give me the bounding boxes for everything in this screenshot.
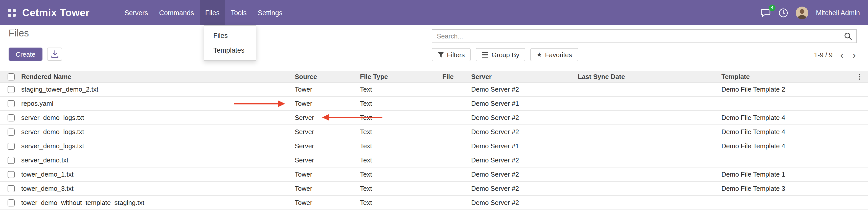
cell-file-type[interactable]: Text (360, 181, 442, 195)
cell-file[interactable] (442, 167, 471, 181)
column-header-rendered-name[interactable]: Rendered Name (21, 71, 295, 82)
optional-columns-icon[interactable]: ⋮ (856, 71, 868, 82)
download-button[interactable] (47, 48, 62, 61)
cell-rendered-name[interactable]: server_demo_logs.txt (21, 111, 295, 125)
cell-template[interactable]: Demo File Template 4 (721, 139, 856, 153)
table-row[interactable]: server_demo_logs.txt Server Text Demo Se… (0, 125, 868, 139)
cell-last-sync-date[interactable] (578, 111, 721, 125)
cell-last-sync-date[interactable] (578, 96, 721, 111)
cell-server[interactable]: Demo Server #2 (471, 125, 578, 139)
row-checkbox[interactable] (8, 171, 15, 178)
table-row[interactable]: server_demo_logs.txt Server Text Demo Se… (0, 139, 868, 153)
search-input[interactable] (432, 32, 844, 40)
nav-menu-commands[interactable]: Commands (154, 0, 200, 25)
create-button[interactable]: Create (9, 48, 42, 61)
cell-source[interactable]: Server (295, 153, 360, 167)
row-checkbox[interactable] (8, 100, 15, 107)
cell-rendered-name[interactable]: repos.yaml (21, 96, 295, 111)
cell-template[interactable]: Demo File Template 3 (721, 181, 856, 195)
row-checkbox[interactable] (8, 199, 15, 206)
messages-button[interactable]: 4 (761, 8, 771, 17)
table-row[interactable]: server_demo_logs.txt Server Text Demo Se… (0, 111, 868, 125)
row-checkbox[interactable] (8, 114, 15, 121)
cell-rendered-name[interactable]: tower_demo_3.txt (21, 181, 295, 195)
cell-last-sync-date[interactable] (578, 125, 721, 139)
cell-rendered-name[interactable]: server_demo_logs.txt (21, 139, 295, 153)
app-brand[interactable]: Cetmix Tower (22, 7, 90, 19)
row-checkbox[interactable] (8, 86, 15, 93)
cell-template[interactable]: Demo File Template 1 (721, 167, 856, 181)
cell-file-type[interactable]: Text (360, 195, 442, 210)
cell-file[interactable] (442, 111, 471, 125)
column-header-file-type[interactable]: File Type (360, 71, 442, 82)
user-avatar[interactable] (796, 6, 808, 19)
cell-rendered-name[interactable]: server_demo.txt (21, 153, 295, 167)
cell-file-type[interactable]: Text (360, 125, 442, 139)
select-all-checkbox[interactable] (8, 73, 15, 80)
column-header-file[interactable]: File (442, 71, 471, 82)
cell-last-sync-date[interactable] (578, 167, 721, 181)
cell-server[interactable]: Demo Server #2 (471, 111, 578, 125)
table-row[interactable]: tower_demo_3.txt Tower Text Demo Server … (0, 181, 868, 195)
table-row[interactable]: tower_demo_1.txt Tower Text Demo Server … (0, 167, 868, 181)
dropdown-item-files[interactable]: Files (204, 28, 256, 43)
table-row[interactable]: staging_tower_demo_2.txt Tower Text Demo… (0, 82, 868, 96)
cell-template[interactable] (721, 195, 856, 210)
pager-previous-button[interactable]: ‹ (839, 49, 845, 60)
cell-last-sync-date[interactable] (578, 153, 721, 167)
cell-rendered-name[interactable]: staging_tower_demo_2.txt (21, 82, 295, 96)
cell-file-type[interactable]: Text (360, 167, 442, 181)
cell-file-type[interactable]: Text (360, 111, 442, 125)
cell-source[interactable]: Server (295, 139, 360, 153)
cell-file-type[interactable]: Text (360, 139, 442, 153)
pager-next-button[interactable]: › (851, 49, 857, 60)
cell-source[interactable]: Tower (295, 82, 360, 96)
cell-server[interactable]: Demo Server #1 (471, 139, 578, 153)
favorites-button[interactable]: ★ Favorites (531, 48, 578, 61)
filters-button[interactable]: Filters (432, 48, 471, 61)
cell-template[interactable]: Demo File Template 4 (721, 111, 856, 125)
cell-file-type[interactable]: Text (360, 153, 442, 167)
cell-server[interactable]: Demo Server #2 (471, 181, 578, 195)
dropdown-item-templates[interactable]: Templates (204, 43, 256, 58)
row-checkbox[interactable] (8, 157, 15, 164)
cell-server[interactable]: Demo Server #2 (471, 82, 578, 96)
row-checkbox[interactable] (8, 185, 15, 192)
cell-last-sync-date[interactable] (578, 195, 721, 210)
cell-last-sync-date[interactable] (578, 181, 721, 195)
row-checkbox[interactable] (8, 143, 15, 150)
group-by-button[interactable]: Group By (476, 48, 526, 61)
nav-menu-settings[interactable]: Settings (252, 0, 288, 25)
cell-last-sync-date[interactable] (578, 139, 721, 153)
cell-file[interactable] (442, 139, 471, 153)
search-icon[interactable] (844, 32, 852, 40)
nav-menu-files[interactable]: Files (200, 0, 225, 25)
cell-file[interactable] (442, 125, 471, 139)
cell-last-sync-date[interactable] (578, 82, 721, 96)
cell-file-type[interactable]: Text (360, 96, 442, 111)
cell-template[interactable]: Demo File Template 4 (721, 125, 856, 139)
cell-file[interactable] (442, 181, 471, 195)
cell-source[interactable]: Tower (295, 195, 360, 210)
row-checkbox[interactable] (8, 128, 15, 135)
cell-template[interactable] (721, 153, 856, 167)
cell-file-type[interactable]: Text (360, 82, 442, 96)
cell-file[interactable] (442, 96, 471, 111)
cell-server[interactable]: Demo Server #2 (471, 195, 578, 210)
nav-menu-tools[interactable]: Tools (225, 0, 252, 25)
cell-rendered-name[interactable]: tower_demo_without_template_staging.txt (21, 195, 295, 210)
apps-menu-icon[interactable] (8, 9, 16, 17)
nav-menu-servers[interactable]: Servers (119, 0, 154, 25)
cell-template[interactable] (721, 96, 856, 111)
activities-button[interactable] (778, 8, 788, 18)
cell-source[interactable]: Server (295, 125, 360, 139)
column-header-template[interactable]: Template (721, 71, 856, 82)
cell-template[interactable]: Demo File Template 2 (721, 82, 856, 96)
cell-file[interactable] (442, 153, 471, 167)
cell-source[interactable]: Tower (295, 96, 360, 111)
column-header-source[interactable]: Source (295, 71, 360, 82)
cell-rendered-name[interactable]: server_demo_logs.txt (21, 125, 295, 139)
cell-server[interactable]: Demo Server #1 (471, 96, 578, 111)
cell-source[interactable]: Server (295, 111, 360, 125)
column-header-last-sync-date[interactable]: Last Sync Date (578, 71, 721, 82)
